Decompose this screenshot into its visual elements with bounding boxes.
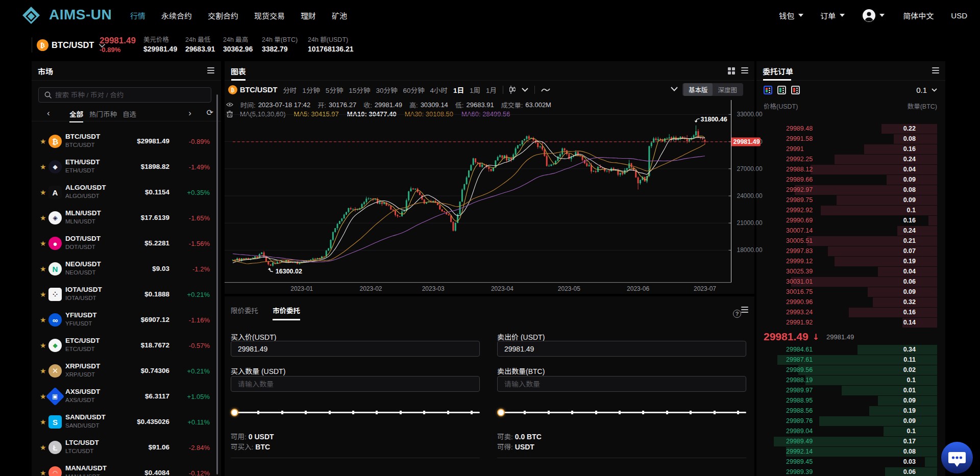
market-row-algo[interactable]: ★AALGO/USDTALGO/USDT$0.1154+0.35% [32,180,221,205]
buy-amount-slider[interactable] [231,408,480,416]
trade-menu-icon[interactable] [741,307,748,313]
interval-15分钟[interactable]: 15分钟 [349,85,370,95]
candle-type-icon[interactable] [509,86,516,94]
ask-row[interactable]: 30005.510.21 [756,236,945,246]
mode-bids-icon[interactable] [777,86,786,94]
ask-row[interactable]: 29997.830.07 [756,246,945,256]
buy-price-input[interactable] [231,341,480,357]
precision-dropdown[interactable]: 0.1 [916,86,937,94]
market-row-mana[interactable]: ★◠MANA/USDTMANA/USDT$0.4084-0.12% [32,460,221,476]
ask-row[interactable]: 299910.16 [756,144,945,154]
ask-row[interactable]: 29999.120.19 [756,256,945,266]
favorite-star-icon[interactable]: ★ [40,265,46,273]
tabs-scroll-right-icon[interactable]: › [188,108,191,118]
ask-row[interactable]: 30007.140.24 [756,226,945,236]
chart-grid-icon[interactable] [728,67,735,74]
view-depth-button[interactable]: 深度图 [713,83,742,96]
pair-selector[interactable]: ₿ BTC/USDT [37,32,104,58]
nav-item-6[interactable]: 矿池 [332,10,347,21]
chart-menu-icon[interactable] [741,67,748,73]
interval-1日[interactable]: 1日 [453,85,464,95]
interval-分时[interactable]: 分时 [283,85,297,95]
bid-row[interactable]: 29989.560.02 [756,365,945,375]
market-row-iota[interactable]: ★⁘IOTA/USDTIOTA/USDT$0.1888+0.21% [32,282,221,307]
sell-amount-slider[interactable] [497,408,746,416]
ask-row[interactable]: 30031.010.06 [756,277,945,287]
bid-row[interactable]: 29989.390.06 [756,467,945,476]
bid-row[interactable]: 29988.190.1 [756,375,945,385]
interval-30分钟[interactable]: 30分钟 [376,85,397,95]
orders-menu[interactable]: 订单 [820,10,836,21]
nav-item-1[interactable]: 行情 [130,10,145,21]
eye-icon[interactable] [226,102,233,107]
avatar[interactable] [863,9,875,22]
market-row-dot[interactable]: ★●DOT/USDTDOT/USDT$5.2281-1.56% [32,231,221,256]
market-row-axs[interactable]: ★▣AXS/USDTAXS/USDT$6.3117+1.05% [32,384,221,409]
ask-row[interactable]: 29990.960.32 [756,297,945,307]
market-row-etc[interactable]: ★◆ETC/USDTETC/USDT$18.7672-0.57% [32,333,221,358]
interval-1周[interactable]: 1周 [470,85,480,95]
market-tab-3[interactable]: 自选 [122,109,136,119]
interval-60分钟[interactable]: 60分钟 [403,85,424,95]
tabs-scroll-left-icon[interactable]: ‹ [47,108,50,118]
favorite-star-icon[interactable]: ★ [40,214,46,222]
tab-market-order[interactable]: 市价委托 [273,305,300,320]
slider-handle[interactable] [231,409,238,416]
market-row-mln[interactable]: ★◈MLN/USDTMLN/USDT$17.6139-1.65% [32,205,221,231]
wallet-menu[interactable]: 钱包 [779,10,794,21]
bid-row[interactable]: 29989.970.01 [756,385,945,395]
favorite-star-icon[interactable]: ★ [40,392,46,400]
candlestick-chart[interactable]: 33000.0030000.0027000.0024000.0021000.00… [225,110,766,295]
market-row-yfi[interactable]: ★∞YFI/USDTYFI/USDT$6907.12-1.16% [32,307,221,333]
favorite-star-icon[interactable]: ★ [40,418,46,426]
ask-row[interactable]: 29992.920.1 [756,205,945,215]
nav-item-4[interactable]: 现货交易 [254,10,285,21]
favorite-star-icon[interactable]: ★ [40,443,46,452]
brand-name[interactable]: AIMS-UN [49,7,112,23]
favorite-star-icon[interactable]: ★ [40,137,46,145]
market-tab-1[interactable]: 全部 [69,109,83,119]
market-row-btc[interactable]: ★₿BTC/USDTBTC/USDT$29981.49-0.89% [32,129,221,154]
bid-row[interactable]: 29989.040.1 [756,426,945,436]
refresh-icon[interactable]: ⟳ [207,108,213,117]
brand-logo-icon[interactable] [21,6,41,25]
favorite-star-icon[interactable]: ★ [40,188,46,196]
search-box[interactable] [38,87,211,103]
favorite-star-icon[interactable]: ★ [40,163,46,171]
market-menu-icon[interactable] [207,67,214,73]
help-icon[interactable]: ? [733,310,741,318]
chat-widget-button[interactable] [941,442,973,473]
bid-row[interactable]: 29989.760.09 [756,416,945,426]
interval-1月[interactable]: 1月 [486,85,497,95]
chart-settings-chevron-icon[interactable] [671,87,678,91]
ask-row[interactable]: 29991.920.14 [756,317,945,328]
slider-handle[interactable] [497,409,505,416]
favorite-star-icon[interactable]: ★ [40,367,46,375]
ask-row[interactable]: 29993.240.16 [756,307,945,317]
ask-row[interactable]: 29989.660.09 [756,174,945,185]
bid-row[interactable]: 29988.950.09 [756,395,945,406]
bid-row[interactable]: 29989.450.03 [756,457,945,467]
market-row-ltc[interactable]: ★ŁLTC/USDTLTC/USDT$91.06-2.84% [32,435,221,460]
nav-item-2[interactable]: 永续合约 [161,10,192,21]
market-tab-2[interactable]: 热门币种 [89,109,117,119]
favorite-star-icon[interactable]: ★ [40,469,46,476]
ask-row[interactable]: 30016.750.09 [756,287,945,297]
favorite-star-icon[interactable]: ★ [40,239,46,247]
bid-row[interactable]: 29989.490.17 [756,436,945,446]
buy-amount-input[interactable] [231,376,480,392]
orderbook-menu-icon[interactable] [932,67,939,73]
market-row-xrp[interactable]: ★✕XRP/USDTXRP/USDT$0.74306+0.21% [32,358,221,384]
bid-row[interactable]: 29988.560.19 [756,406,945,416]
ask-row[interactable]: 29992.250.24 [756,154,945,164]
mode-asks-icon[interactable] [791,86,800,94]
favorite-star-icon[interactable]: ★ [40,341,46,349]
line-type-icon[interactable] [541,87,550,92]
market-scrollbar[interactable] [216,94,218,474]
nav-item-5[interactable]: 理财 [301,10,316,21]
market-row-eth[interactable]: ★◆ETH/USDTETH/USDT$1898.82-1.49% [32,154,221,180]
language-select[interactable]: 简体中文 [903,10,934,21]
ask-row[interactable]: 29992.970.08 [756,185,945,195]
tab-limit-order[interactable]: 限价委托 [231,305,258,320]
ask-row[interactable]: 29990.690.16 [756,215,945,226]
